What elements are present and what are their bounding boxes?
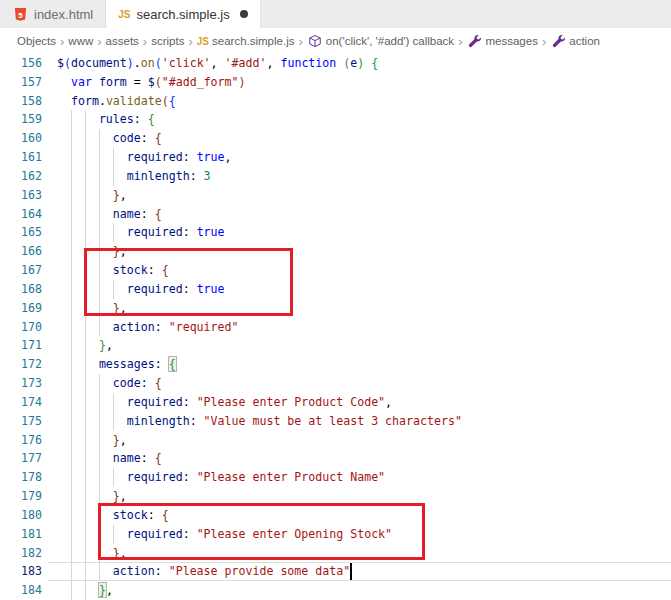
text-cursor bbox=[350, 563, 352, 580]
code-line-166[interactable]: 166 }, bbox=[0, 242, 671, 261]
code-line-171[interactable]: 171 }, bbox=[0, 336, 671, 355]
wrench-icon bbox=[466, 33, 482, 49]
code-text: }, bbox=[57, 242, 127, 261]
code-line-180[interactable]: 180 stock: { bbox=[0, 506, 671, 525]
code-line-156[interactable]: 156$(document).on('click', '#add', funct… bbox=[0, 54, 671, 73]
code-line-158[interactable]: 158 form.validate({ bbox=[0, 92, 671, 111]
indent-guide bbox=[71, 318, 72, 337]
code-text: name: { bbox=[57, 205, 162, 224]
indent-guide bbox=[113, 525, 114, 544]
indent-guide bbox=[99, 280, 100, 299]
code-line-179[interactable]: 179 }, bbox=[0, 487, 671, 506]
indent-guide bbox=[113, 468, 114, 487]
line-number: 164 bbox=[0, 205, 42, 224]
code-line-182[interactable]: 182 }, bbox=[0, 544, 671, 563]
line-number: 169 bbox=[0, 299, 42, 318]
tab-bar: 5index.htmlJSsearch.simple.js bbox=[0, 0, 671, 28]
code-line-157[interactable]: 157 var form = $("#add_form") bbox=[0, 73, 671, 92]
breadcrumb-item-6[interactable]: on('click', '#add') callback bbox=[307, 33, 454, 49]
breadcrumb-item-4[interactable]: scripts bbox=[151, 35, 184, 47]
code-text: required: true bbox=[57, 280, 225, 299]
breadcrumb-label: assets bbox=[106, 35, 139, 47]
code-line-174[interactable]: 174 required: "Please enter Product Code… bbox=[0, 393, 671, 412]
line-number: 165 bbox=[0, 223, 42, 242]
code-text: }, bbox=[57, 299, 127, 318]
code-line-175[interactable]: 175 minlength: "Value must be at least 3… bbox=[0, 412, 671, 431]
indent-guide bbox=[99, 449, 100, 468]
chevron-right-icon: › bbox=[298, 34, 302, 49]
code-line-162[interactable]: 162 minlength: 3 bbox=[0, 167, 671, 186]
code-text: }, bbox=[57, 336, 113, 355]
code-text: required: "Please enter Opening Stock" bbox=[57, 525, 392, 544]
indent-guide bbox=[99, 148, 100, 167]
breadcrumb-item-3[interactable]: assets bbox=[106, 35, 139, 47]
code-line-172[interactable]: 172 messages: { bbox=[0, 355, 671, 374]
code-line-168[interactable]: 168 required: true bbox=[0, 280, 671, 299]
tab-search.simple.js[interactable]: JSsearch.simple.js bbox=[106, 0, 260, 28]
indent-guide bbox=[71, 167, 72, 186]
code-line-184[interactable]: 184 }, bbox=[0, 581, 671, 600]
chevron-right-icon: › bbox=[542, 34, 546, 49]
breadcrumb-item-2[interactable]: www bbox=[68, 35, 93, 47]
indent-guide bbox=[85, 525, 86, 544]
breadcrumb-item-8[interactable]: action bbox=[550, 33, 600, 49]
code-text: }, bbox=[57, 581, 113, 600]
indent-guide bbox=[71, 412, 72, 431]
line-number: 170 bbox=[0, 318, 42, 337]
code-text: code: { bbox=[57, 129, 162, 148]
line-number: 173 bbox=[0, 374, 42, 393]
indent-guide bbox=[71, 186, 72, 205]
indent-guide bbox=[85, 242, 86, 261]
line-number: 162 bbox=[0, 167, 42, 186]
code-line-176[interactable]: 176 }, bbox=[0, 431, 671, 450]
code-line-169[interactable]: 169 }, bbox=[0, 299, 671, 318]
indent-guide bbox=[99, 186, 100, 205]
code-editor[interactable]: 156$(document).on('click', '#add', funct… bbox=[0, 54, 671, 600]
wrench-icon bbox=[550, 33, 566, 49]
indent-guide bbox=[99, 223, 100, 242]
indent-guide bbox=[99, 393, 100, 412]
indent-guide bbox=[71, 468, 72, 487]
indent-guide bbox=[71, 205, 72, 224]
line-number: 181 bbox=[0, 525, 42, 544]
code-line-177[interactable]: 177 name: { bbox=[0, 449, 671, 468]
indent-guide bbox=[99, 129, 100, 148]
code-text: }, bbox=[57, 487, 127, 506]
indent-guide bbox=[71, 129, 72, 148]
line-number: 180 bbox=[0, 506, 42, 525]
breadcrumb-item-7[interactable]: messages bbox=[466, 33, 537, 49]
code-line-178[interactable]: 178 required: "Please enter Product Name… bbox=[0, 468, 671, 487]
code-line-183[interactable]: 183 action: "Please provide some data" bbox=[0, 562, 671, 581]
tab-index.html[interactable]: 5index.html bbox=[0, 0, 106, 28]
indent-guide bbox=[99, 506, 100, 525]
indent-guide bbox=[85, 129, 86, 148]
indent-guide bbox=[99, 374, 100, 393]
code-text: stock: { bbox=[57, 261, 169, 280]
indent-guide bbox=[85, 336, 86, 355]
html-icon: 5 bbox=[12, 6, 28, 22]
line-number: 178 bbox=[0, 468, 42, 487]
line-number: 177 bbox=[0, 449, 42, 468]
code-line-164[interactable]: 164 name: { bbox=[0, 205, 671, 224]
indent-guide bbox=[99, 562, 100, 581]
line-number: 174 bbox=[0, 393, 42, 412]
chevron-right-icon: › bbox=[143, 34, 147, 49]
code-line-165[interactable]: 165 required: true bbox=[0, 223, 671, 242]
breadcrumb-label: action bbox=[569, 35, 600, 47]
code-line-163[interactable]: 163 }, bbox=[0, 186, 671, 205]
code-line-170[interactable]: 170 action: "required" bbox=[0, 318, 671, 337]
breadcrumb-item-1[interactable]: Objects bbox=[17, 35, 56, 47]
code-line-181[interactable]: 181 required: "Please enter Opening Stoc… bbox=[0, 525, 671, 544]
code-line-161[interactable]: 161 required: true, bbox=[0, 148, 671, 167]
line-number: 167 bbox=[0, 261, 42, 280]
code-line-167[interactable]: 167 stock: { bbox=[0, 261, 671, 280]
code-line-160[interactable]: 160 code: { bbox=[0, 129, 671, 148]
code-text: $(document).on('click', '#add', function… bbox=[57, 54, 378, 73]
line-number: 182 bbox=[0, 544, 42, 563]
code-line-173[interactable]: 173 code: { bbox=[0, 374, 671, 393]
indent-guide bbox=[71, 374, 72, 393]
breadcrumb-item-5[interactable]: JSsearch.simple.js bbox=[197, 35, 295, 47]
indent-guide bbox=[99, 487, 100, 506]
code-line-159[interactable]: 159 rules: { bbox=[0, 110, 671, 129]
line-number: 157 bbox=[0, 73, 42, 92]
